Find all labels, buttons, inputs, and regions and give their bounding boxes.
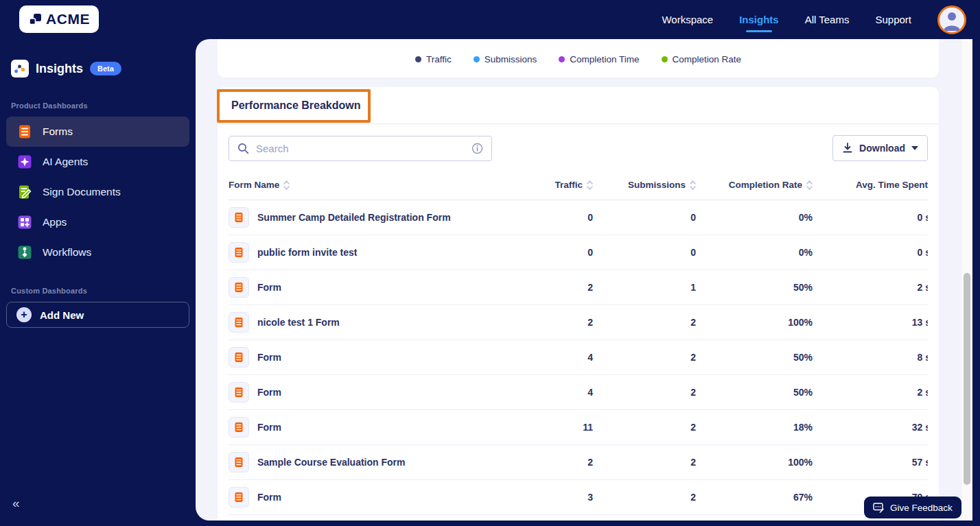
column-header-submissions[interactable]: Submissions: [593, 180, 696, 190]
form-icon: [229, 242, 249, 263]
column-header-traffic[interactable]: Traffic: [517, 180, 593, 190]
sidebar-title: Insights: [36, 62, 83, 76]
form-name: Form: [257, 422, 281, 433]
avg-time-value: 32 s: [813, 422, 928, 433]
traffic-value: 2: [517, 282, 593, 293]
submissions-value: 0: [593, 212, 696, 223]
topnav-link[interactable]: Workspace: [662, 1, 713, 38]
submissions-value: 2: [593, 422, 696, 433]
submissions-value: 2: [593, 352, 696, 363]
sidebar-item[interactable]: AI Agents: [6, 147, 189, 177]
traffic-value: 3: [517, 492, 593, 503]
completion-rate-value: 50%: [696, 387, 813, 398]
info-icon[interactable]: [471, 143, 483, 154]
form-icon: [229, 207, 249, 228]
legend-item[interactable]: Submissions: [474, 54, 537, 64]
table-row[interactable]: Form 4 2 50% 8 s: [229, 340, 928, 375]
sort-icon[interactable]: [806, 180, 813, 190]
search-input[interactable]: [256, 143, 465, 154]
sidebar-item[interactable]: Workflows: [6, 237, 189, 267]
table-row[interactable]: Sample Course Evaluation Form 2 2 100% 5…: [229, 445, 928, 480]
sign-documents-icon: [17, 184, 32, 200]
add-new-button[interactable]: + Add New: [6, 302, 189, 328]
legend-dot: [474, 56, 480, 62]
table-row[interactable]: public form invite test 0 0 0% 0 s: [229, 235, 928, 270]
completion-rate-value: 0%: [696, 212, 813, 223]
topnav-link[interactable]: All Teams: [805, 1, 850, 38]
legend-item[interactable]: Completion Time: [559, 54, 639, 64]
collapse-sidebar-icon[interactable]: «: [12, 496, 19, 511]
completion-rate-value: 100%: [696, 317, 813, 328]
traffic-value: 4: [517, 352, 593, 363]
traffic-value: 2: [517, 457, 593, 468]
beta-badge: Beta: [90, 62, 121, 75]
avg-time-value: 2 s: [813, 387, 928, 398]
avg-time-value: 13 s: [813, 317, 928, 328]
legend-dot: [559, 56, 565, 62]
table-row[interactable]: nicole test 1 Form 2 2 100% 13 s: [229, 305, 928, 340]
topnav-link[interactable]: Support: [875, 1, 911, 38]
avg-time-value: 57 s: [813, 457, 928, 468]
sort-icon[interactable]: [587, 180, 593, 190]
top-nav: ACME Workspace Insights All Teams Suppor…: [0, 0, 980, 39]
form-icon: [229, 417, 249, 438]
acme-logo-icon: [28, 12, 43, 27]
sidebar-header: Insights Beta: [0, 39, 196, 77]
table-row[interactable]: Form 11 2 18% 32 s: [229, 410, 928, 445]
form-icon: [229, 382, 249, 403]
completion-rate-value: 100%: [696, 457, 813, 468]
topnav-link[interactable]: Insights: [739, 1, 779, 38]
form-name: Form: [257, 352, 281, 363]
performance-table: Form Name Traffic Su: [229, 170, 928, 515]
form-name: Form: [257, 387, 281, 398]
form-name: Summer Camp Detailed Registration Form: [257, 212, 451, 223]
traffic-value: 0: [517, 247, 593, 258]
avg-time-value: 0 s: [813, 247, 928, 258]
sort-icon[interactable]: [690, 180, 696, 190]
legend-item[interactable]: Completion Rate: [662, 54, 742, 64]
give-feedback-button[interactable]: Give Feedback: [864, 497, 961, 518]
sidebar-item[interactable]: Apps: [6, 207, 189, 237]
table-row[interactable]: Form 4 2 50% 2 s: [229, 375, 928, 410]
completion-rate-value: 18%: [696, 422, 813, 433]
column-header-completion-rate[interactable]: Completion Rate: [696, 180, 813, 190]
panel-title: Performance Breakdown: [218, 99, 361, 112]
scrollbar-thumb[interactable]: [964, 273, 970, 485]
sidebar-item[interactable]: Sign Documents: [6, 177, 189, 207]
form-icon: [229, 312, 249, 333]
performance-breakdown-panel: Performance Breakdown: [218, 87, 939, 521]
acme-logo[interactable]: ACME: [19, 5, 99, 33]
feedback-chat-icon: [873, 502, 885, 514]
chart-legend: Traffic Submissions Completion Time Comp…: [415, 54, 741, 77]
column-header-avg-time-spent[interactable]: Avg. Time Spent: [813, 180, 928, 190]
traffic-value: 2: [517, 317, 593, 328]
search-input-container: [229, 136, 492, 161]
form-name: nicole test 1 Form: [257, 317, 340, 328]
content-area: Traffic Submissions Completion Time Comp…: [196, 39, 972, 521]
brand-name: ACME: [46, 11, 90, 27]
submissions-value: 2: [593, 457, 696, 468]
completion-rate-value: 67%: [696, 492, 813, 503]
form-name: Form: [257, 282, 281, 293]
column-header-form-name[interactable]: Form Name: [229, 180, 517, 190]
table-row[interactable]: Summer Camp Detailed Registration Form 0…: [229, 200, 928, 235]
ai-agents-icon: [17, 154, 32, 169]
legend-dot: [662, 56, 668, 62]
traffic-value: 0: [517, 212, 593, 223]
download-button[interactable]: Download: [832, 135, 928, 161]
vertical-scrollbar[interactable]: [962, 39, 972, 521]
sidebar: Insights Beta Product Dashboards Forms A…: [0, 39, 196, 526]
sort-icon[interactable]: [283, 180, 290, 190]
legend-dot: [415, 56, 421, 62]
submissions-value: 2: [593, 492, 696, 503]
traffic-value: 11: [517, 422, 593, 433]
form-icon: [229, 347, 249, 368]
table-row[interactable]: Form 2 1 50% 2 s: [229, 270, 928, 305]
legend-item[interactable]: Traffic: [415, 54, 452, 64]
sidebar-item[interactable]: Forms: [6, 117, 189, 147]
form-icon: [229, 452, 249, 473]
user-avatar[interactable]: [937, 5, 966, 34]
table-row[interactable]: Form 3 2 67% 79 s: [229, 480, 928, 515]
table-header-row: Form Name Traffic Su: [229, 170, 928, 200]
section-custom-dashboards: Custom Dashboards: [0, 287, 196, 295]
